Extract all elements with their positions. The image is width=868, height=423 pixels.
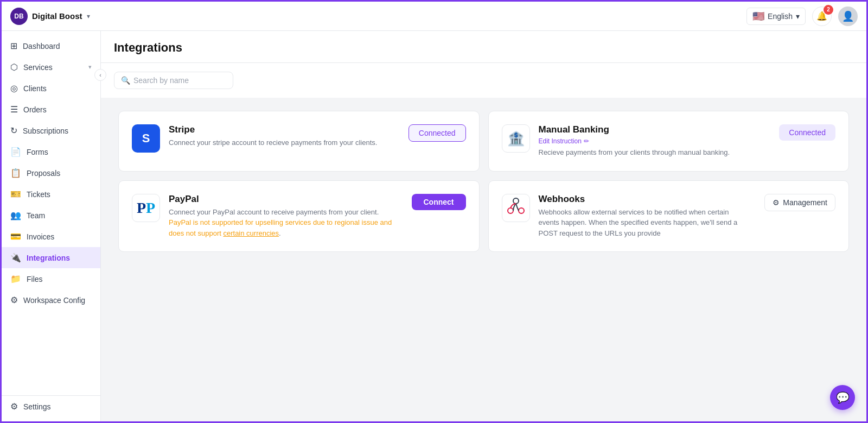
- webhooks-card-body: Webhooks Webhooks allow external service…: [539, 194, 748, 239]
- sidebar-item-settings[interactable]: ⚙ Settings: [2, 396, 100, 417]
- stripe-card: S Stripe Connect your stripe account to …: [118, 111, 480, 172]
- search-input[interactable]: [133, 76, 226, 85]
- paypal-connect-button[interactable]: Connect: [412, 194, 466, 210]
- user-avatar[interactable]: 👤: [838, 7, 858, 26]
- sidebar-item-invoices[interactable]: 💳 Invoices: [2, 226, 100, 247]
- manual-banking-connected-button[interactable]: Connected: [779, 124, 835, 141]
- wallet-icon: 💳: [10, 231, 21, 242]
- paypal-card-title: PayPal: [169, 194, 394, 205]
- chat-fab-button[interactable]: 💬: [830, 385, 855, 410]
- paypal-card: PP PayPal Connect your PayPal account to…: [118, 180, 480, 252]
- edit-instruction-link[interactable]: Edit Instruction ✏: [539, 137, 762, 145]
- topbar: DB Digital Boost ▾ 🇺🇸 English ▾ 🔔 2 👤: [2, 2, 866, 31]
- manual-banking-card-desc: Recieve payments from your clients throu…: [539, 147, 762, 158]
- webhooks-card-title: Webhooks: [539, 194, 748, 205]
- page-title: Integrations: [114, 41, 853, 62]
- chevron-down-icon: ▾: [88, 64, 92, 71]
- stripe-card-body: Stripe Connect your stripe account to re…: [169, 124, 391, 148]
- search-icon: 🔍: [121, 76, 130, 85]
- certain-currencies-link[interactable]: certain currencies: [223, 229, 279, 237]
- chevron-down-icon: ▾: [796, 12, 800, 21]
- sidebar-item-subscriptions[interactable]: ↻ Subscriptions: [2, 120, 100, 141]
- sidebar-item-integrations[interactable]: 🔌 Integrations: [2, 247, 100, 268]
- folder-icon: 📁: [10, 274, 21, 284]
- document-icon: 📄: [10, 147, 21, 157]
- sidebar-item-label: Clients: [23, 84, 92, 93]
- manual-banking-card-body: Manual Banking Edit Instruction ✏ Reciev…: [539, 124, 762, 158]
- webhooks-icon: [502, 194, 530, 222]
- sidebar: ⊞ Dashboard ⬡ Services ▾ ◎ Clients ☰ Ord…: [2, 31, 101, 421]
- plug-icon: 🔌: [10, 252, 21, 263]
- paypal-card-body: PayPal Connect your PayPal account to re…: [169, 194, 394, 239]
- sidebar-item-label: Invoices: [27, 232, 92, 241]
- brand-name: Digital Boost: [32, 11, 82, 21]
- sidebar-item-dashboard[interactable]: ⊞ Dashboard: [2, 35, 100, 56]
- chevron-down-icon[interactable]: ▾: [87, 12, 90, 20]
- sidebar-footer: ⚙ Settings: [2, 395, 100, 417]
- sidebar-item-files[interactable]: 📁 Files: [2, 268, 100, 289]
- pencil-icon: ✏: [584, 137, 589, 145]
- stripe-card-title: Stripe: [169, 124, 391, 135]
- users-icon: 👥: [10, 210, 21, 220]
- stripe-action: Connected: [409, 124, 466, 142]
- sidebar-item-orders[interactable]: ☰ Orders: [2, 99, 100, 120]
- sidebar-item-label: Tickets: [27, 190, 92, 199]
- sidebar-item-label: Orders: [23, 105, 92, 114]
- paypal-action: Connect: [412, 194, 466, 210]
- svg-point-0: [508, 208, 513, 213]
- sidebar-collapse-button[interactable]: ‹: [94, 69, 106, 81]
- sidebar-item-clients[interactable]: ◎ Clients: [2, 78, 100, 99]
- bank-icon: 🏦: [507, 130, 525, 147]
- sidebar-item-label: Services: [23, 63, 83, 72]
- main-content: Integrations 🔍 S Stripe Connect your str…: [101, 31, 866, 421]
- sidebar-item-label: Settings: [23, 402, 92, 411]
- sidebar-item-proposals[interactable]: 📋 Proposals: [2, 162, 100, 184]
- grid-icon: ⊞: [10, 41, 17, 51]
- brand-section: DB Digital Boost ▾: [10, 8, 90, 25]
- sidebar-item-forms[interactable]: 📄 Forms: [2, 141, 100, 162]
- webhooks-management-button[interactable]: ⚙ Management: [764, 194, 835, 211]
- webhooks-card-desc: Webhooks allow external services to be n…: [539, 207, 748, 239]
- sidebar-item-services[interactable]: ⬡ Services ▾: [2, 56, 100, 78]
- sidebar-item-label: Dashboard: [23, 42, 92, 50]
- stripe-card-desc: Connect your stripe account to recieve p…: [169, 137, 391, 148]
- paypal-icon: PP: [132, 194, 160, 222]
- svg-point-1: [519, 208, 524, 213]
- sidebar-item-workspace-config[interactable]: ⚙ Workspace Config: [2, 289, 100, 311]
- ticket-icon: 🎫: [10, 189, 21, 199]
- brand-avatar: DB: [10, 8, 28, 25]
- stripe-connected-button[interactable]: Connected: [409, 124, 466, 142]
- manual-banking-action: Connected: [779, 124, 835, 141]
- svg-point-2: [513, 198, 519, 204]
- search-input-wrap: 🔍: [114, 72, 233, 89]
- cube-icon: ⬡: [10, 62, 18, 72]
- stripe-icon: S: [132, 124, 160, 153]
- doc-text-icon: 📋: [10, 168, 21, 178]
- sidebar-item-label: Team: [27, 211, 92, 220]
- language-selector[interactable]: 🇺🇸 English ▾: [746, 8, 806, 25]
- banking-icon: 🏦: [502, 124, 530, 153]
- chat-icon: 💬: [836, 391, 850, 404]
- webhook-symbol-icon: [506, 197, 526, 219]
- settings-icon: ⚙: [10, 295, 18, 305]
- sidebar-item-label: Proposals: [27, 169, 92, 178]
- gear-icon: ⚙: [10, 401, 18, 412]
- webhooks-card: Webhooks Webhooks allow external service…: [488, 180, 850, 252]
- globe-icon: ◎: [10, 83, 18, 93]
- list-icon: ☰: [10, 104, 18, 115]
- page-header: Integrations: [101, 31, 866, 63]
- integrations-grid: S Stripe Connect your stripe account to …: [101, 98, 866, 265]
- topbar-right: 🇺🇸 English ▾ 🔔 2 👤: [746, 7, 858, 26]
- flag-icon: 🇺🇸: [752, 10, 764, 22]
- sidebar-item-tickets[interactable]: 🎫 Tickets: [2, 184, 100, 205]
- language-label: English: [768, 12, 793, 21]
- notification-badge: 2: [824, 5, 833, 15]
- webhooks-action: ⚙ Management: [764, 194, 835, 211]
- sidebar-item-team[interactable]: 👥 Team: [2, 205, 100, 226]
- sidebar-item-label: Forms: [27, 148, 92, 156]
- sidebar-item-label: Workspace Config: [23, 296, 92, 305]
- sidebar-item-label: Files: [27, 275, 92, 283]
- notification-button[interactable]: 🔔 2: [812, 7, 832, 26]
- gear-icon: ⚙: [773, 198, 780, 207]
- sidebar-item-label: Subscriptions: [23, 127, 92, 135]
